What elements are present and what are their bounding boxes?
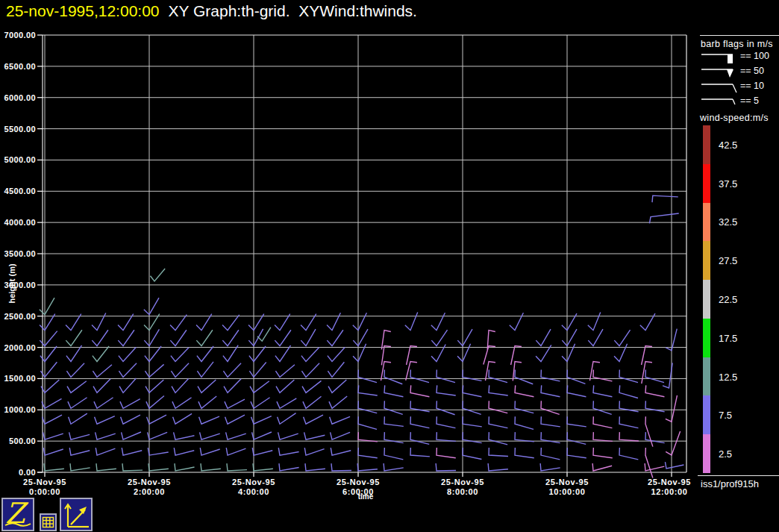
wind-barb xyxy=(174,432,195,439)
wind-barb xyxy=(43,432,63,439)
wind-barb xyxy=(593,369,612,381)
wind-barb xyxy=(304,432,325,439)
zebra-logo-button[interactable]: Z xyxy=(1,498,34,531)
wind-barb xyxy=(515,369,533,384)
colorbar-segment xyxy=(703,241,710,280)
y-tick-label: 5000.00 xyxy=(4,155,36,164)
y-tick-label: 7000.00 xyxy=(4,31,36,40)
wind-barb xyxy=(275,345,291,362)
wind-speed-colorbar xyxy=(703,125,710,473)
wind-barb xyxy=(593,448,613,458)
wind-barb xyxy=(222,315,240,331)
wind-barb xyxy=(175,463,195,471)
y-tick-label: 4000.00 xyxy=(4,218,36,227)
x-tick-date: 25-Nov-95 xyxy=(337,478,380,486)
y-tick-label: 500.00 xyxy=(9,436,36,445)
wind-barb xyxy=(593,432,613,441)
wind-barb xyxy=(69,448,90,455)
wind-barb xyxy=(226,448,245,455)
wind-barb xyxy=(144,298,159,315)
wind-barb xyxy=(489,448,508,456)
wind-barb xyxy=(148,448,168,455)
wind-barb xyxy=(619,385,638,398)
colorbar-segment xyxy=(703,357,710,396)
source-divider xyxy=(698,475,779,476)
colorbar-value-label: 22.5 xyxy=(719,294,737,305)
wind-barb xyxy=(251,416,272,425)
wind-barb xyxy=(515,416,534,429)
colorbar-value-label: 27.5 xyxy=(719,255,737,266)
wind-barb xyxy=(515,401,534,413)
wind-barb xyxy=(358,448,378,458)
wind-barb xyxy=(410,385,429,396)
y-tick-label: 6000.00 xyxy=(4,93,36,102)
wind-barb xyxy=(69,413,87,424)
x-tick-date: 25-Nov-95 xyxy=(648,478,691,486)
wind-barb xyxy=(567,448,586,458)
wind-barb xyxy=(541,416,560,427)
wind-barb xyxy=(358,401,377,413)
wind-barb xyxy=(249,346,266,361)
app-window: 25-nov-1995,12:00:00XY Graph:th-grid. XY… xyxy=(0,0,779,532)
wind-barb xyxy=(619,432,639,441)
y-axis-title: height (m) xyxy=(7,263,16,303)
wind-barb xyxy=(327,313,340,330)
wind-barb xyxy=(645,416,653,446)
wind-barb xyxy=(302,381,321,392)
xy-plot-button[interactable] xyxy=(60,498,93,531)
wind-barb xyxy=(431,330,447,346)
wind-barb xyxy=(43,448,63,455)
wind-barb xyxy=(278,413,296,425)
wind-barb xyxy=(353,313,367,330)
data-grid-button[interactable] xyxy=(40,513,57,531)
wind-barb xyxy=(252,448,272,455)
xy-plot-icon xyxy=(61,499,91,530)
colorbar-title: wind-speed:m/s xyxy=(700,113,769,123)
wind-barb xyxy=(666,431,680,455)
wind-barb xyxy=(358,416,377,429)
wind-barb xyxy=(384,369,402,384)
wind-barb xyxy=(331,463,351,471)
wind-barb xyxy=(619,416,638,428)
wind-barb xyxy=(488,463,508,471)
chart-svg: 0.00500.001000.001500.002000.002500.0030… xyxy=(0,0,779,532)
wind-barb xyxy=(94,398,113,409)
x-tick-date: 25-Nov-95 xyxy=(128,478,171,486)
wind-barb xyxy=(410,448,430,457)
wind-barb xyxy=(588,329,603,346)
wind-barb xyxy=(431,313,445,330)
wind-barb xyxy=(665,462,683,469)
wind-barb xyxy=(593,401,612,414)
x-tick-time: 12:00:00 xyxy=(651,487,688,496)
wind-barb xyxy=(69,432,90,439)
wind-barb xyxy=(200,432,220,439)
x-tick-date: 25-Nov-95 xyxy=(545,478,589,486)
wind-barb xyxy=(253,463,273,471)
wind-barb xyxy=(489,432,507,445)
wind-barb xyxy=(66,363,84,378)
wind-barb xyxy=(652,195,678,202)
wind-barb xyxy=(567,369,585,384)
wind-barb xyxy=(541,401,560,414)
wind-barb xyxy=(663,363,672,388)
wind-barb xyxy=(95,416,115,425)
wind-barb xyxy=(118,330,134,345)
y-tick-label: 5500.00 xyxy=(4,125,36,134)
wind-barb xyxy=(277,398,296,408)
wind-barb xyxy=(122,432,141,439)
wind-barb xyxy=(70,463,90,471)
wind-barb xyxy=(223,363,241,378)
wind-barb xyxy=(489,401,507,413)
barb-legend-row: == 10 xyxy=(700,81,778,96)
wind-barb xyxy=(614,344,628,362)
wind-barb xyxy=(96,463,116,471)
wind-barb xyxy=(67,381,87,393)
wind-barb xyxy=(120,399,140,409)
wind-barb xyxy=(225,399,245,408)
y-tick-label: 0.00 xyxy=(19,468,36,477)
wind-barb xyxy=(225,415,245,424)
wind-barb xyxy=(222,330,239,345)
wind-barb xyxy=(171,348,189,362)
y-axis: 0.00500.001000.001500.002000.002500.0030… xyxy=(4,31,43,477)
wind-barb xyxy=(410,416,429,428)
